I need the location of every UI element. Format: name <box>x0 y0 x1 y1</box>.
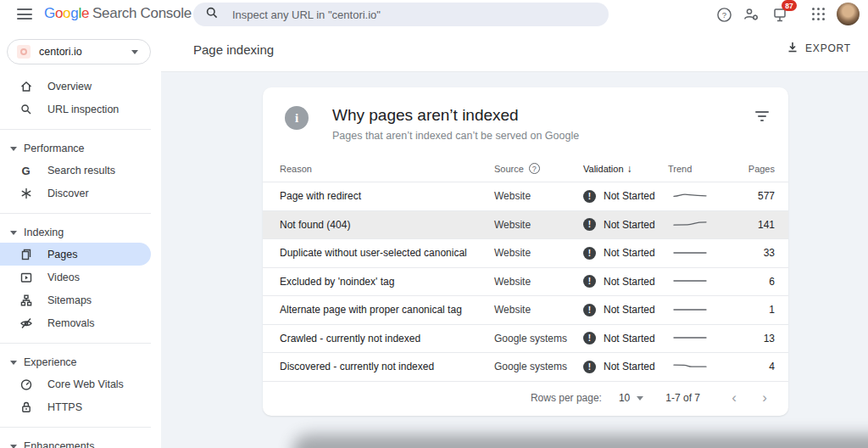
sidebar-item-label: URL inspection <box>47 104 119 115</box>
sidebar-section-experience[interactable]: Experience <box>0 352 161 372</box>
sidebar-section-enhancements[interactable]: Enhancements <box>0 436 161 448</box>
sidebar-section-label: Experience <box>24 356 77 368</box>
collapse-triangle-icon <box>10 445 17 448</box>
sidebar-section-indexing[interactable]: Indexing <box>0 222 161 243</box>
sidebar-item-label: Core Web Vitals <box>47 378 124 390</box>
row-pages-count: 4 <box>737 361 775 372</box>
col-header-reason[interactable]: Reason <box>280 164 494 174</box>
sidebar-item-pages[interactable]: Pages <box>0 243 151 266</box>
table-row[interactable]: Alternate page with proper canonical tag… <box>263 295 788 324</box>
row-reason: Alternate page with proper canonical tag <box>280 304 494 316</box>
row-trend-sparkline <box>668 332 737 344</box>
validation-status-label: Not Started <box>604 361 655 372</box>
sidebar-item-discover[interactable]: Discover <box>0 182 151 204</box>
https-icon <box>19 400 33 414</box>
sidebar-item-search-results[interactable]: GSearch results <box>0 159 151 182</box>
url-inspect-search-input[interactable]: Inspect any URL in "centori.io" <box>193 3 609 26</box>
sidebar-item-removals[interactable]: Removals <box>0 311 151 334</box>
row-validation: ! Not Started <box>583 218 668 231</box>
sub-header: centori.io Page indexing EXPORT <box>0 31 868 71</box>
google-g-icon: G <box>19 164 33 177</box>
page-title: Page indexing <box>193 42 274 57</box>
sidebar-item-sitemaps[interactable]: Sitemaps <box>0 288 151 311</box>
rows-per-page-dropdown-icon[interactable] <box>637 396 643 400</box>
app-logo[interactable]: GoogleSearch Console <box>44 5 192 22</box>
table-row[interactable]: Duplicate without user-selected canonica… <box>263 238 788 267</box>
row-trend-sparkline <box>668 190 737 203</box>
col-header-source[interactable]: Source ? <box>494 163 583 174</box>
table-row[interactable]: Crawled - currently not indexed Google s… <box>263 324 788 353</box>
sidebar-item-overview[interactable]: Overview <box>0 75 151 98</box>
validation-status-label: Not Started <box>604 276 655 288</box>
avatar[interactable] <box>837 3 860 25</box>
sidebar-divider <box>0 213 151 214</box>
validation-status-label: Not Started <box>604 333 655 344</box>
validation-status-label: Not Started <box>604 304 655 316</box>
row-reason: Excluded by 'noindex' tag <box>280 276 494 288</box>
filter-icon[interactable] <box>754 111 770 123</box>
logo-letter: o <box>55 5 63 21</box>
validation-status-icon: ! <box>583 361 596 373</box>
collapse-triangle-icon <box>10 231 17 235</box>
notifications-icon[interactable]: 87 <box>770 4 790 25</box>
row-source: Google systems <box>494 361 583 372</box>
source-help-icon[interactable]: ? <box>529 163 540 174</box>
sidebar-item-videos[interactable]: Videos <box>0 266 151 288</box>
row-validation: ! Not Started <box>583 361 668 373</box>
next-page-icon[interactable]: › <box>753 386 776 410</box>
col-header-validation[interactable]: Validation ↓ <box>583 163 668 175</box>
property-name: centori.io <box>39 46 131 58</box>
rows-per-page-value[interactable]: 10 <box>619 392 630 404</box>
notification-badge: 87 <box>782 0 797 11</box>
col-header-source-label: Source <box>494 164 524 174</box>
logo-suffix: Search Console <box>92 5 192 21</box>
help-icon[interactable]: ? <box>714 4 734 25</box>
info-icon: i <box>285 106 309 130</box>
row-pages-count: 33 <box>737 247 775 259</box>
row-trend-sparkline <box>668 275 737 288</box>
svg-text:?: ? <box>721 10 726 20</box>
table-row[interactable]: Excluded by 'noindex' tag Website ! Not … <box>263 267 788 296</box>
row-source: Website <box>494 219 583 231</box>
apps-grid-icon[interactable] <box>809 4 829 25</box>
export-button[interactable]: EXPORT <box>787 41 851 56</box>
validation-status-icon: ! <box>583 190 596 203</box>
main-content: i Why pages aren’t indexed Pages that ar… <box>161 71 868 448</box>
col-header-trend[interactable]: Trend <box>668 164 737 174</box>
row-reason: Discovered - currently not indexed <box>280 361 494 372</box>
sidebar-divider <box>0 343 151 344</box>
card-subtitle: Pages that aren’t indexed can’t be serve… <box>332 130 579 142</box>
table-row[interactable]: Page with redirect Website ! Not Started… <box>263 182 788 210</box>
sort-desc-icon: ↓ <box>627 163 632 175</box>
collapse-triangle-icon <box>10 147 17 151</box>
sidebar-item-core-web-vitals[interactable]: Core Web Vitals <box>0 372 151 395</box>
row-pages-count: 577 <box>737 190 775 202</box>
validation-status-icon: ! <box>583 275 596 288</box>
sidebar-item-label: Search results <box>47 165 115 176</box>
sidebar-section-label: Indexing <box>24 227 64 238</box>
url-inspection-icon <box>19 103 33 116</box>
validation-status-icon: ! <box>583 304 596 316</box>
manage-users-icon[interactable] <box>741 4 761 25</box>
validation-status-icon: ! <box>583 332 596 344</box>
sidebar-item-label: Sitemaps <box>47 294 92 306</box>
sidebar-item-label: Pages <box>47 249 77 260</box>
sidebar-item-url-inspection[interactable]: URL inspection <box>0 98 151 120</box>
sidebar-item-label: Discover <box>47 188 89 199</box>
sidebar-nav: OverviewURL inspectionPerformanceGSearch… <box>0 71 161 448</box>
validation-status-label: Not Started <box>604 219 655 231</box>
sitemaps-icon <box>19 294 33 307</box>
previous-page-icon[interactable]: ‹ <box>722 386 746 410</box>
search-placeholder: Inspect any URL in "centori.io" <box>232 8 381 21</box>
hamburger-menu-icon[interactable] <box>17 8 32 20</box>
row-source: Website <box>494 276 583 288</box>
table-row[interactable]: Not found (404) Website ! Not Started 14… <box>263 210 788 239</box>
sidebar-section-performance[interactable]: Performance <box>0 138 161 159</box>
property-selector[interactable]: centori.io <box>7 39 151 64</box>
validation-status-label: Not Started <box>604 247 655 259</box>
export-label: EXPORT <box>805 42 851 54</box>
sidebar-item-https[interactable]: HTTPS <box>0 395 151 418</box>
row-validation: ! Not Started <box>583 304 668 316</box>
table-row[interactable]: Discovered - currently not indexed Googl… <box>263 352 788 381</box>
col-header-pages[interactable]: Pages <box>737 164 775 174</box>
